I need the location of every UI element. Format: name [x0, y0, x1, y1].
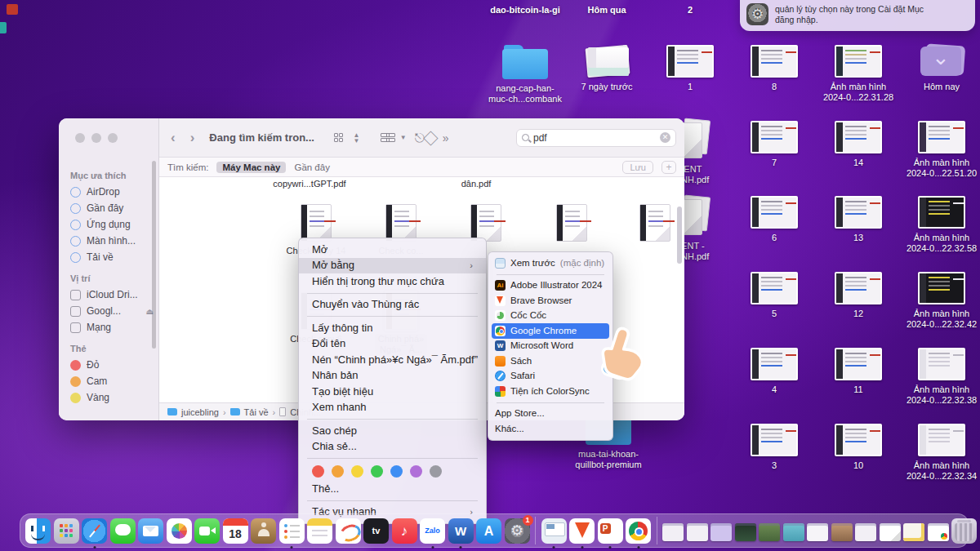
dock-app-freeform[interactable] — [336, 518, 361, 544]
dock-app-powerpoint[interactable] — [598, 518, 623, 544]
open-with-item[interactable]: Brave Browser — [488, 293, 612, 309]
desktop-icon[interactable]: Hôm nay — [901, 45, 980, 92]
dock-app-mail[interactable] — [138, 518, 163, 544]
window-controls[interactable] — [75, 133, 118, 143]
dock-app-appletv[interactable]: tv — [363, 518, 389, 544]
desktop-icon[interactable]: Ảnh màn hình 2024-0...22.31.28 — [817, 45, 899, 103]
desktop-icon[interactable]: 5 — [733, 272, 815, 319]
desktop-icon[interactable]: 1 — [649, 45, 731, 92]
open-with-item[interactable]: Khác... — [488, 421, 612, 437]
menu-item[interactable]: Thẻ... — [299, 481, 486, 497]
group-view-button[interactable] — [381, 133, 390, 143]
save-search-button[interactable]: Lưu — [622, 161, 653, 174]
sidebar-item-googl-[interactable]: Googl...⏏ — [59, 303, 158, 319]
content-scrollbar[interactable] — [677, 207, 682, 264]
path-segment[interactable]: Tải về — [244, 407, 269, 417]
minimized-window-thumbnail[interactable] — [759, 523, 780, 541]
desktop-item-label[interactable]: Hôm qua — [587, 5, 626, 15]
desktop-icon[interactable]: Ảnh màn hình 2024-0...22.32.38 — [901, 348, 980, 406]
forward-button[interactable]: › — [187, 130, 198, 146]
desktop-icon[interactable]: Ảnh màn hình 2024-0...22.32.58 — [901, 196, 980, 254]
dock-app-settings[interactable]: ⚙1 — [505, 518, 530, 544]
tag-color-dot[interactable] — [430, 465, 442, 478]
desktop-icon[interactable]: 12 — [817, 272, 899, 319]
dock-app-word[interactable]: W — [448, 518, 474, 544]
desktop-icon[interactable]: 3 — [733, 424, 815, 471]
desktop-icon[interactable]: 8 — [733, 45, 815, 92]
tag-color-dot[interactable] — [390, 465, 403, 478]
minimized-window-thumbnail[interactable] — [783, 523, 804, 541]
desktop-icon[interactable]: 14 — [817, 121, 899, 168]
menu-item[interactable]: Mở bằng› — [299, 258, 486, 274]
notification-banner[interactable]: ⚙ quản lý tùy chọn này trong Cài đặt Mục… — [740, 0, 975, 31]
close-button[interactable] — [75, 133, 85, 143]
desktop-icon[interactable]: Ảnh màn hình 2024-0...22.32.34 — [901, 424, 980, 482]
menu-item[interactable]: Lấy thông tin — [299, 320, 486, 336]
open-with-item[interactable]: App Store... — [488, 407, 612, 422]
menu-item[interactable]: Nhân bản — [299, 368, 486, 384]
sidebar-item-t-i-v-[interactable]: Tải về — [59, 249, 158, 265]
desktop-icon[interactable]: 4 — [733, 348, 815, 395]
tag-color-dot[interactable] — [371, 465, 383, 478]
menu-item[interactable]: Chia sẻ... — [299, 439, 486, 455]
sidebar-item-m-ng[interactable]: Mạng — [59, 319, 158, 335]
dock-app-reminders[interactable] — [279, 518, 305, 544]
dock-app-music[interactable]: ♪ — [392, 518, 417, 544]
share-icon[interactable]: ⎋ — [415, 131, 425, 145]
menu-item[interactable]: Mở — [299, 242, 486, 258]
menu-item[interactable]: Chuyển vào Thùng rác — [299, 297, 486, 313]
file-item[interactable] — [616, 204, 684, 246]
minimized-window-thumbnail[interactable] — [710, 523, 732, 541]
sidebar-item-m-n-h-nh-[interactable]: Màn hình... — [59, 233, 158, 249]
dock-app-launchpad[interactable] — [54, 518, 79, 544]
menu-item[interactable]: Nén “Chinh phá»¥c Ngá»¯ Ãm.pdf” — [299, 352, 486, 368]
minimized-window-thumbnail[interactable] — [880, 523, 901, 541]
sidebar-item--ng-d-ng[interactable]: Ứng dụng — [59, 216, 158, 233]
menu-item[interactable]: Sao chép — [299, 423, 486, 439]
minimized-window-thumbnail[interactable] — [903, 523, 924, 541]
desktop-icon[interactable]: Ảnh màn hình 2024-0...22.32.42 — [901, 272, 980, 330]
sidebar-item-cam[interactable]: Cam — [59, 373, 158, 389]
more-toolbar-button[interactable]: » — [443, 131, 450, 144]
sidebar-item-airdrop[interactable]: AirDrop — [59, 184, 158, 200]
scope-this-mac[interactable]: Máy Mac này — [216, 162, 286, 173]
clear-search-icon[interactable]: ✕ — [660, 132, 670, 143]
dock-app-notes[interactable] — [307, 518, 332, 544]
desktop-icon[interactable]: nang-cap-han- muc-ch...combank — [484, 45, 566, 104]
tag-color-dot[interactable] — [312, 465, 324, 478]
file-item[interactable] — [532, 204, 611, 246]
desktop-icon[interactable]: 10 — [817, 424, 899, 471]
dock-app-calendar[interactable]: 18 — [223, 518, 248, 544]
minimize-button[interactable] — [91, 133, 101, 143]
minimized-window-thumbnail[interactable] — [662, 523, 684, 541]
desktop-icon[interactable]: Ảnh màn hình 2024-0...22.51.20 — [901, 121, 980, 179]
menu-item[interactable]: Hiển thị trong thư mục chứa — [299, 273, 486, 290]
dock-app-facetime[interactable] — [194, 518, 220, 544]
path-segment[interactable]: juicebling — [181, 407, 219, 417]
add-scope-button[interactable]: + — [662, 161, 676, 174]
desktop-item-label[interactable]: 2 — [688, 5, 693, 15]
dock-app-chrome[interactable] — [626, 518, 651, 544]
dock-app-safari[interactable] — [82, 518, 107, 544]
back-button[interactable]: ‹ — [167, 130, 179, 146]
desktop-icon[interactable]: 6 — [733, 196, 815, 243]
sidebar-item-v-ng[interactable]: Vàng — [59, 389, 158, 406]
sidebar-item-icloud-dri-[interactable]: iCloud Dri... — [59, 287, 158, 303]
open-with-item[interactable]: AiAdobe Illustrator 2024 — [488, 278, 612, 294]
dock-trash[interactable] — [951, 518, 977, 544]
dock-app-contacts[interactable] — [251, 518, 276, 544]
dock-app-preview[interactable] — [541, 518, 567, 544]
desktop-icon[interactable]: 11 — [817, 348, 899, 395]
desktop-icon[interactable]: 13 — [817, 196, 899, 243]
desktop-icon[interactable]: 7 — [733, 121, 815, 168]
minimized-window-thumbnail[interactable] — [735, 523, 756, 541]
dock-app-brave[interactable] — [569, 518, 595, 544]
sidebar-item-g-n-y[interactable]: Gần đây — [59, 200, 158, 216]
minimized-window-thumbnail[interactable] — [807, 523, 828, 541]
tag-color-dot[interactable] — [410, 465, 422, 478]
minimized-window-thumbnail[interactable] — [687, 523, 708, 541]
dock-app-photos[interactable] — [167, 518, 192, 544]
icon-view-button[interactable] — [334, 133, 344, 143]
menu-item[interactable]: Đổi tên — [299, 336, 486, 353]
dock-app-zalo[interactable]: Zalo — [420, 518, 445, 544]
